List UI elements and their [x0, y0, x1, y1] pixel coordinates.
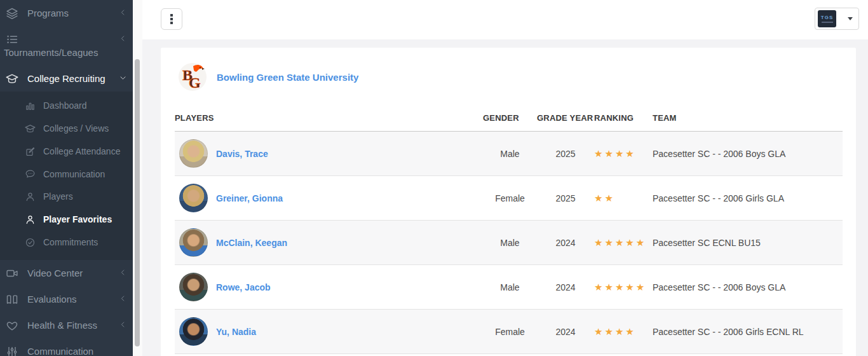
book-icon: [6, 293, 18, 306]
svg-text:G: G: [189, 74, 201, 91]
ranking-stars: ★★★★★: [594, 282, 646, 292]
player-cell: McClain, Keegan: [175, 228, 483, 257]
graduation-cap-icon: [6, 72, 18, 85]
sidebar-subitem-label: Commitments: [43, 237, 98, 247]
players-table: PLAYERSGENDERGRADE YEARRANKINGTEAM Davis…: [175, 113, 843, 354]
chevron-left-icon: [119, 8, 127, 17]
chevron-left-icon: [119, 320, 127, 329]
sidebar-item-video-center[interactable]: Video Center: [0, 260, 133, 286]
person-icon: [25, 214, 36, 225]
kebab-menu-button[interactable]: [161, 8, 182, 30]
college-logo: B G: [178, 62, 207, 92]
kebab-menu-icon: [170, 14, 173, 24]
sidebar-scrollbar-thumb[interactable]: [135, 59, 140, 346]
layers-icon: [6, 7, 18, 20]
grade-year-cell: 2025: [537, 176, 594, 221]
college-name-link[interactable]: Bowling Green State University: [217, 72, 358, 83]
team-cell: Pacesetter SC - - 2006 Girls GLA: [653, 176, 843, 221]
sidebar-subitem-college-attendance[interactable]: College Attendance: [0, 140, 133, 163]
ranking-stars: ★★★★: [594, 148, 636, 159]
column-header-players: PLAYERS: [175, 113, 483, 132]
player-name-link[interactable]: Rowe, Jacob: [216, 282, 271, 292]
tgs-logo-text: TGS: [821, 15, 833, 20]
ranking-cell: ★★★★: [594, 310, 653, 354]
sidebar-item-communication-center[interactable]: Communication Center: [0, 338, 133, 356]
player-cell: Greiner, Gionna: [175, 184, 483, 212]
table-row: Rowe, JacobMale2024★★★★★Pacesetter SC - …: [175, 265, 843, 310]
gender-cell: Female: [483, 310, 537, 354]
sidebar-subitem-label: Communication: [43, 169, 105, 179]
player-name-link[interactable]: Davis, Trace: [216, 149, 268, 159]
gender-cell: Male: [483, 221, 537, 265]
player-avatar[interactable]: [179, 273, 208, 301]
sidebar-item-label: Evaluations: [27, 294, 77, 305]
topbar: TGS: [142, 0, 868, 39]
column-header-ranking: RANKING: [594, 113, 653, 132]
player-cell: Davis, Trace: [175, 139, 483, 168]
team-cell: Pacesetter SC - - 2006 Boys GLA: [653, 265, 843, 310]
player-avatar[interactable]: [179, 139, 208, 168]
sidebar-nav: ProgramsTournaments/LeaguesCollege Recru…: [0, 0, 133, 356]
player-avatar[interactable]: [179, 184, 208, 212]
org-switcher-button[interactable]: TGS: [815, 8, 859, 30]
sliders-icon: [6, 345, 18, 356]
bgsu-falcon-logo-icon: B G: [178, 62, 207, 92]
chevron-left-icon: [119, 268, 127, 277]
column-header-gender: GENDER: [483, 113, 537, 132]
list-icon: [6, 33, 18, 46]
team-cell: Pacesetter SC ECNL BU15: [653, 221, 843, 265]
chevron-left-icon: [119, 294, 127, 303]
person-icon: [25, 191, 36, 202]
ranking-cell: ★★★★★: [594, 265, 653, 310]
sidebar-subitem-commitments[interactable]: Commitments: [0, 231, 133, 254]
sidebar-subitem-label: Dashboard: [43, 100, 87, 111]
sidebar-item-label: Health & Fitness: [27, 320, 97, 331]
sidebar-item-programs[interactable]: Programs: [0, 0, 133, 26]
heart-icon: [6, 319, 18, 332]
graduation-cap-icon: [25, 123, 36, 134]
edit-icon: [25, 146, 36, 157]
sidebar-item-label: Video Center: [27, 268, 83, 278]
grade-year-cell: 2025: [537, 132, 594, 176]
sidebar: ProgramsTournaments/LeaguesCollege Recru…: [0, 0, 133, 356]
sidebar-subitem-dashboard[interactable]: Dashboard: [0, 94, 133, 117]
player-avatar[interactable]: [179, 317, 208, 346]
sidebar-subitem-players[interactable]: Players: [0, 185, 133, 208]
ranking-cell: ★★★★: [594, 132, 653, 176]
sidebar-subitem-communication[interactable]: Communication: [0, 163, 133, 186]
player-name-link[interactable]: McClain, Keegan: [216, 238, 287, 248]
college-header: B G Bowling Green State University: [161, 48, 856, 92]
sidebar-item-health-fitness[interactable]: Health & Fitness: [0, 312, 133, 338]
caret-down-icon: [848, 17, 853, 20]
player-name-link[interactable]: Greiner, Gionna: [216, 193, 283, 203]
ranking-stars: ★★: [594, 193, 615, 203]
sidebar-subitem-player-favorites[interactable]: Player Favorites: [0, 208, 133, 231]
sidebar-subitem-colleges-views[interactable]: Colleges / Views: [0, 117, 133, 140]
tgs-logo: TGS: [818, 10, 836, 27]
player-avatar[interactable]: [179, 228, 208, 257]
sidebar-submenu-college-recruiting: DashboardColleges / ViewsCollege Attenda…: [0, 92, 133, 260]
sidebar-scrollbar-track[interactable]: [133, 0, 142, 356]
sidebar-item-label: Tournaments/Leagues: [4, 47, 98, 58]
sidebar-item-evaluations[interactable]: Evaluations: [0, 286, 133, 312]
video-icon: [6, 267, 18, 280]
chevron-down-icon: [119, 74, 127, 82]
gender-cell: Female: [483, 176, 537, 221]
table-row: Greiner, GionnaFemale2025★★Pacesetter SC…: [175, 176, 843, 221]
sidebar-subitem-label: College Attendance: [43, 146, 120, 156]
sidebar-item-college-recruiting[interactable]: College Recruiting: [0, 65, 133, 92]
ranking-stars: ★★★★★: [594, 237, 646, 248]
tgs-logo-bar: [822, 22, 833, 23]
ranking-stars: ★★★★: [594, 326, 636, 337]
check-circle-icon: [25, 237, 36, 248]
sidebar-subitem-label: Colleges / Views: [43, 123, 109, 134]
gender-cell: Male: [483, 265, 537, 310]
chat-icon: [25, 168, 36, 179]
sidebar-item-tournaments-leagues[interactable]: Tournaments/Leagues: [0, 26, 133, 65]
player-name-link[interactable]: Yu, Nadia: [216, 327, 256, 337]
sidebar-item-label: College Recruiting: [27, 73, 105, 84]
sidebar-subitem-label: Players: [43, 192, 73, 202]
favorites-card: B G Bowling Green State University PLAYE…: [161, 48, 856, 356]
team-cell: Pacesetter SC - - 2006 Boys GLA: [653, 132, 843, 176]
bar-chart-icon: [25, 100, 36, 111]
